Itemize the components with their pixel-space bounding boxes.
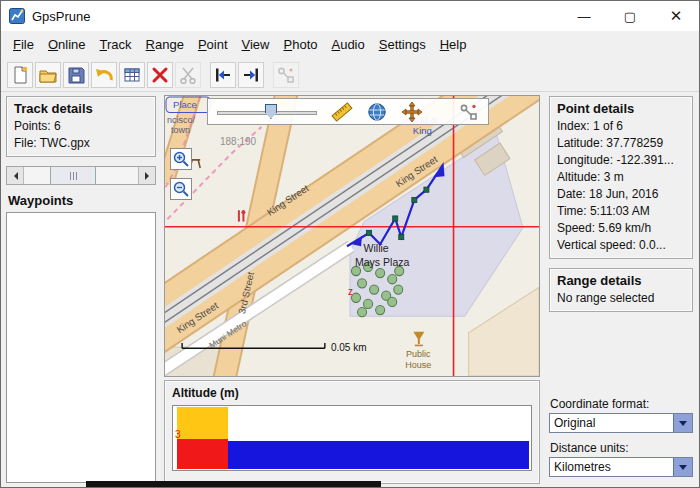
right-arrow-icon — [145, 172, 153, 180]
undo-arrow-icon — [94, 65, 114, 85]
grip-line — [70, 172, 71, 180]
coordinate-format-value: Original — [550, 416, 673, 430]
distance-units-label: Distance units: — [550, 441, 693, 455]
track-points-count: Points: 6 — [14, 118, 148, 135]
place-label: Place — [173, 99, 197, 110]
next-point-icon — [241, 65, 261, 85]
ruler-icon — [331, 101, 353, 123]
main-area: Track details Points: 6 File: TWC.gpx Wa… — [1, 92, 699, 487]
previous-point-button[interactable] — [210, 62, 236, 88]
point-vertical-speed: Vertical speed: 0.0... — [557, 237, 685, 254]
point-altitude: Altitude: 3 m — [557, 169, 685, 186]
cut-range-button[interactable] — [175, 62, 201, 88]
dropdown-button[interactable] — [673, 458, 692, 476]
connect-link-icon — [276, 65, 296, 85]
window-title: GpsPrune — [32, 9, 91, 24]
station-label-line2: King — [413, 125, 432, 136]
range-details-title: Range details — [557, 273, 685, 288]
point-details-group: Point details Index: 1 of 6 Latitude: 37… — [549, 96, 693, 259]
profile-bars — [228, 441, 529, 469]
coordinate-format-select[interactable]: Original — [549, 413, 693, 433]
edit-point-button[interactable] — [119, 62, 145, 88]
menu-view[interactable]: View — [235, 33, 277, 56]
undo-button[interactable] — [91, 62, 117, 88]
globe-icon — [366, 101, 388, 123]
coordinate-format-label: Coordinate format: — [550, 397, 693, 411]
menu-help[interactable]: Help — [433, 33, 474, 56]
minimize-button[interactable]: — — [561, 1, 607, 31]
selected-bar-top — [177, 407, 229, 439]
menu-range[interactable]: Range — [139, 33, 191, 56]
measure-button[interactable] — [331, 101, 353, 123]
point-speed: Speed: 5.69 km/h — [557, 220, 685, 237]
track-details-group: Track details Points: 6 File: TWC.gpx — [6, 96, 156, 157]
scrollbar-left-button[interactable] — [7, 167, 24, 184]
scale-label: 0.05 km — [331, 342, 367, 353]
district-label-line3: town — [171, 125, 190, 135]
connect-nodes-icon — [458, 101, 480, 123]
map-view[interactable]: King Street King Street King Street 3rd … — [164, 95, 540, 377]
left-arrow-icon — [10, 172, 18, 180]
scrollbar-thumb[interactable] — [50, 167, 96, 184]
menu-online[interactable]: Online — [41, 33, 93, 56]
save-floppy-icon — [66, 65, 86, 85]
distance-units-select[interactable]: Kilometres — [549, 457, 693, 477]
grip-line — [76, 172, 77, 180]
map-marker-z: z — [348, 286, 353, 297]
chart-title: Altitude (m) — [172, 386, 532, 400]
background-window-strip — [86, 481, 381, 487]
center-column: King Street King Street King Street 3rd … — [161, 92, 543, 487]
chevron-down-icon — [679, 421, 687, 430]
connect-photo-button[interactable] — [273, 62, 299, 88]
track-scrollbar[interactable] — [6, 166, 156, 185]
dropdown-button[interactable] — [673, 414, 692, 432]
selected-bar-bottom — [177, 439, 229, 468]
slider-thumb[interactable] — [265, 104, 277, 119]
waypoints-list[interactable] — [6, 212, 156, 483]
pub-label-line2: House — [405, 360, 431, 370]
point-date: Date: 18 Jun, 2016 — [557, 186, 685, 203]
range-status: No range selected — [557, 290, 685, 307]
maximize-button[interactable]: ▢ — [607, 1, 653, 31]
delete-point-button[interactable] — [147, 62, 173, 88]
menu-audio[interactable]: Audio — [324, 33, 371, 56]
menu-point[interactable]: Point — [191, 33, 235, 56]
menu-settings[interactable]: Settings — [372, 33, 433, 56]
range-details-group: Range details No range selected — [549, 268, 693, 312]
menu-track[interactable]: Track — [93, 33, 139, 56]
distance-units-value: Kilometres — [550, 460, 673, 474]
zoom-in-button[interactable] — [170, 148, 192, 170]
menu-file[interactable]: File — [6, 33, 41, 56]
new-file-icon — [10, 65, 30, 85]
zoom-out-icon — [172, 180, 190, 198]
map-source-button[interactable] — [366, 101, 388, 123]
point-time: Time: 5:11:03 AM — [557, 203, 685, 220]
zoom-in-icon — [172, 150, 190, 168]
chevron-down-icon — [679, 465, 687, 474]
edit-mode-button[interactable] — [458, 101, 480, 123]
zoom-slider[interactable] — [213, 99, 321, 124]
close-button[interactable]: ✕ — [653, 1, 699, 31]
altitude-chart[interactable]: 3 — [172, 405, 532, 471]
zoom-out-button[interactable] — [170, 178, 192, 200]
plaza-label-line1: Willie — [364, 242, 389, 254]
move-arrows-icon — [401, 101, 423, 123]
point-details-title: Point details — [557, 101, 685, 116]
tile-coordinates-label: 188;190 — [220, 136, 256, 147]
title-bar: GpsPrune — ▢ ✕ — [1, 1, 699, 31]
menu-photo[interactable]: Photo — [277, 33, 325, 56]
open-folder-icon — [38, 65, 58, 85]
menu-bar: File Online Track Range Point View Photo… — [1, 31, 699, 58]
next-point-button[interactable] — [238, 62, 264, 88]
edit-table-icon — [122, 65, 142, 85]
window-controls: — ▢ ✕ — [561, 1, 699, 31]
panel-spacer — [549, 312, 693, 389]
open-file-button[interactable] — [35, 62, 61, 88]
save-file-button[interactable] — [63, 62, 89, 88]
chart-y-tick: 3 — [175, 429, 181, 440]
scrollbar-right-button[interactable] — [138, 167, 155, 184]
new-file-button[interactable] — [7, 62, 33, 88]
track-details-title: Track details — [14, 101, 148, 116]
pan-mode-button[interactable] — [401, 101, 423, 123]
right-panel: Point details Index: 1 of 6 Latitude: 37… — [543, 92, 699, 487]
